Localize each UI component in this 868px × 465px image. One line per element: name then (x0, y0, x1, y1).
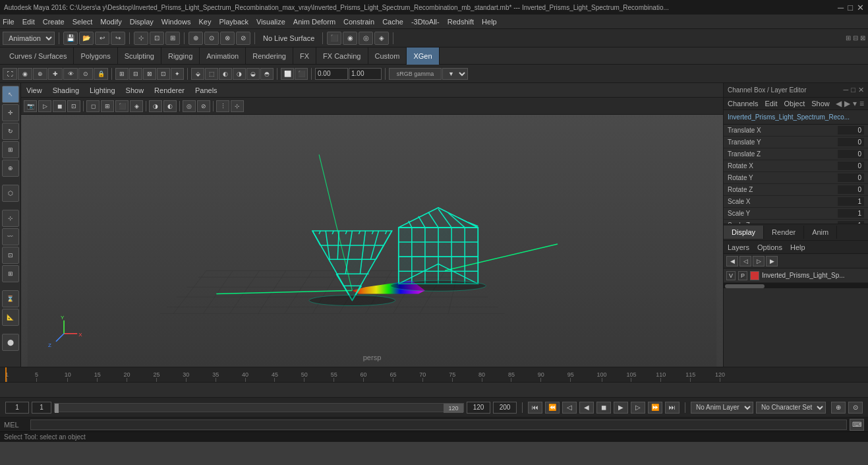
pb-go-start[interactable]: ⏮ (528, 402, 542, 414)
toolbar3-btn14[interactable]: ⬚ (205, 68, 218, 80)
snap-curve-btn[interactable]: 〰 (2, 228, 19, 245)
ch-rotate-y-value[interactable]: 0 (838, 173, 864, 182)
layer-scrollbar[interactable] (724, 283, 868, 288)
channel-box-close[interactable]: ✕ (858, 86, 864, 94)
cb-icon-more[interactable]: ≡ (859, 99, 864, 108)
maximize-btn[interactable]: □ (848, 3, 853, 13)
menu-3dtoall[interactable]: -3DtoAll- (411, 18, 440, 26)
end-range-field[interactable] (493, 402, 517, 414)
pb-next-frame[interactable]: ⏩ (648, 402, 662, 414)
pb-go-end[interactable]: ⏭ (665, 402, 680, 414)
cb-menu-show[interactable]: Show (811, 100, 830, 108)
toolbar3-btn4[interactable]: ✚ (48, 68, 63, 80)
vp-btn-ao[interactable]: ◐ (163, 100, 177, 112)
toolbar3-btn15[interactable]: ◐ (219, 68, 232, 80)
gamma-dropdown[interactable]: ▼ (442, 68, 468, 80)
menu-anim-deform[interactable]: Anim Deform (293, 18, 335, 26)
toolbar3-btn20[interactable]: ⬛ (295, 68, 308, 80)
tab-render[interactable]: Render (764, 226, 804, 239)
menu-cache[interactable]: Cache (382, 18, 403, 26)
tab-fx[interactable]: FX (293, 47, 316, 65)
menu-key[interactable]: Key (198, 18, 211, 26)
vp-btn-tex[interactable]: ◈ (130, 100, 143, 112)
tab-fx-caching[interactable]: FX Caching (316, 47, 368, 65)
snap4-btn[interactable]: ⊘ (236, 32, 250, 45)
toolbar3-btn18[interactable]: ◓ (260, 68, 274, 80)
open-btn[interactable]: 📂 (79, 32, 94, 45)
menu-file[interactable]: File (3, 18, 14, 26)
ch-translate-y-value[interactable]: 0 (838, 138, 864, 146)
ch-rotate-x-value[interactable]: 0 (838, 162, 864, 170)
layer-tb-right[interactable]: ▷ (753, 256, 765, 266)
move-tool-btn[interactable]: ✛ (2, 104, 19, 121)
snap-point-btn[interactable]: ⊡ (2, 247, 19, 264)
snap1-btn[interactable]: ⊕ (188, 32, 203, 45)
vp-btn-xray2[interactable]: ⊘ (197, 100, 210, 112)
vp-menu-shading[interactable]: Shading (53, 86, 79, 94)
toolbar3-btn12[interactable]: ✦ (171, 68, 184, 80)
pb-prev-key[interactable]: ◁ (562, 402, 577, 414)
select3-btn[interactable]: ⊞ (165, 32, 180, 45)
tab-custom[interactable]: Custom (368, 47, 407, 65)
menu-help[interactable]: Help (482, 18, 497, 26)
cb-menu-edit[interactable]: Edit (765, 100, 777, 108)
select2-btn[interactable]: ⊡ (150, 32, 164, 45)
toolbar3-btn16[interactable]: ◑ (233, 68, 246, 80)
toolbar3-btn7[interactable]: 🔒 (94, 68, 108, 80)
pb-next-key[interactable]: ▷ (631, 402, 645, 414)
vp-btn-hud[interactable]: ⊹ (231, 100, 244, 112)
measure-btn[interactable]: 📐 (2, 309, 19, 326)
scale-tool-btn[interactable]: ⊞ (2, 141, 19, 158)
undo-btn[interactable]: ↩ (95, 32, 109, 45)
close-btn[interactable]: ✕ (857, 3, 864, 13)
layer-menu-layers[interactable]: Layers (728, 243, 749, 251)
tab-sculpting[interactable]: Sculpting (118, 47, 161, 65)
vp-menu-renderer[interactable]: Renderer (154, 86, 185, 94)
layer-scroll-thumb[interactable] (725, 284, 765, 288)
gamma-btn[interactable]: sRGB gamma (389, 68, 442, 80)
pb-play-forward[interactable]: ▶ (614, 402, 628, 414)
ch-scale-y-value[interactable]: 1 (838, 209, 864, 218)
no-character-set-dropdown[interactable]: No Character Set (756, 402, 826, 414)
cb-icon-collapse[interactable]: ▾ (853, 99, 857, 108)
cb-icon-left[interactable]: ◀ (836, 99, 842, 108)
tab-animation[interactable]: Animation (200, 47, 246, 65)
time-input1[interactable] (315, 68, 348, 80)
ch-rotate-z-value[interactable]: 0 (838, 185, 864, 194)
vp-btn-play[interactable]: ▷ (38, 100, 51, 112)
vp-menu-show[interactable]: Show (126, 86, 144, 94)
vp-btn-shadow[interactable]: ◑ (149, 100, 162, 112)
current-frame-field[interactable] (32, 402, 51, 414)
toolbar3-btn8[interactable]: ⊞ (115, 68, 129, 80)
vp-btn-iso[interactable]: ◻ (86, 100, 100, 112)
tab-xgen[interactable]: XGen (407, 47, 439, 65)
layer-visibility-toggle[interactable]: V (726, 271, 736, 280)
pb-anim-btn[interactable]: ⊙ (848, 402, 863, 414)
tab-rendering[interactable]: Rendering (246, 47, 293, 65)
layer-playback-toggle[interactable]: P (738, 271, 747, 280)
channel-box-minimize[interactable]: ─ (844, 86, 849, 94)
menu-redshift[interactable]: Redshift (448, 18, 474, 26)
tab-curves-surfaces[interactable]: Curves / Surfaces (3, 47, 74, 65)
ch-translate-z-value[interactable]: 0 (838, 150, 864, 158)
rotate-tool-btn[interactable]: ↻ (2, 123, 19, 140)
cb-menu-channels[interactable]: Channels (728, 100, 758, 108)
vp-menu-view[interactable]: View (26, 86, 42, 94)
menu-constrain[interactable]: Constrain (343, 18, 374, 26)
snap-view-btn[interactable]: ⊞ (2, 265, 19, 282)
layer-menu-options[interactable]: Options (757, 243, 782, 251)
minimize-btn[interactable]: ─ (838, 3, 844, 13)
snap-grid-btn[interactable]: ⊹ (2, 210, 19, 227)
vp-btn-frame[interactable]: ⊡ (67, 100, 80, 112)
end-frame-field[interactable] (467, 402, 490, 414)
snap3-btn[interactable]: ⊗ (220, 32, 235, 45)
toolbar3-btn2[interactable]: ◉ (18, 68, 32, 80)
layer-menu-help[interactable]: Help (790, 243, 805, 251)
soft-select-btn[interactable]: ⬡ (2, 185, 19, 202)
toolbar3-btn9[interactable]: ⊟ (129, 68, 142, 80)
vp-btn-xray[interactable]: ◎ (183, 100, 196, 112)
pb-stop[interactable]: ◼ (596, 402, 611, 414)
menu-create[interactable]: Create (43, 18, 65, 26)
menu-edit[interactable]: Edit (22, 18, 35, 26)
render4-btn[interactable]: ◈ (374, 32, 389, 45)
